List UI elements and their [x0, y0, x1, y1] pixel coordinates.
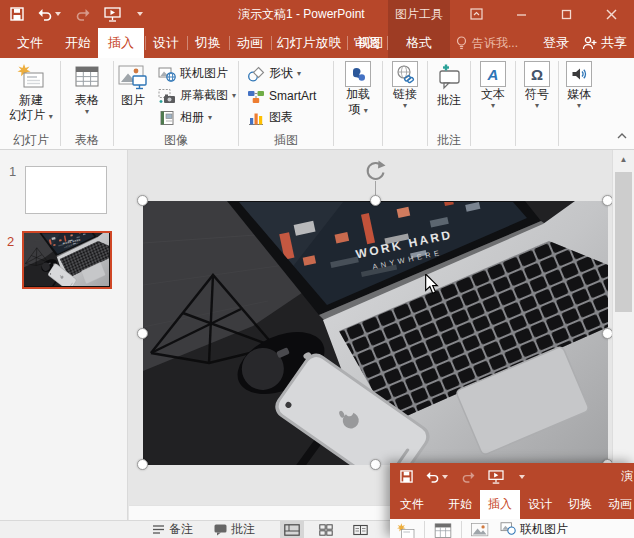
links-button[interactable]: 链接 ▾ — [383, 61, 427, 133]
table-icon[interactable] — [433, 521, 453, 538]
addins-label-2: 项 ▾ — [348, 102, 367, 117]
resize-handle-top-left[interactable] — [137, 195, 148, 206]
online-pictures-button[interactable]: 联机图片 — [156, 63, 238, 84]
smartart-icon — [247, 88, 265, 104]
screenshot-button[interactable]: 屏幕截图 ▾ — [156, 85, 238, 106]
online-pictures-label: 联机图片 — [520, 521, 568, 538]
collapse-ribbon-button[interactable] — [616, 126, 628, 144]
new-slide-icon — [16, 61, 46, 93]
mini-powerpoint-window[interactable]: 演 文件 开始 插入 设计 切换 动画 幻灯片放映 联机图片 — [390, 463, 634, 538]
symbols-button[interactable]: Ω 符号 ▾ — [516, 61, 558, 133]
shapes-button[interactable]: 形状 ▾ — [245, 63, 333, 84]
tab-home[interactable]: 开始 — [58, 28, 98, 58]
tab-file[interactable]: 文件 — [6, 28, 54, 58]
maximize-button[interactable] — [544, 0, 589, 28]
mini-title-bar: 演 — [390, 463, 634, 490]
photo-album-icon — [158, 110, 176, 126]
scrollbar-thumb[interactable] — [615, 172, 632, 312]
tab-format[interactable]: 格式 — [388, 28, 450, 58]
tab-slide-show[interactable]: 幻灯片放映 — [272, 28, 346, 58]
new-slide-icon[interactable] — [396, 521, 416, 538]
tab-animations[interactable]: 动画 — [230, 28, 270, 58]
mouse-cursor — [424, 274, 439, 295]
pictures-button[interactable]: 图片 — [114, 61, 152, 133]
reading-view-icon — [353, 524, 368, 536]
qat-customize-caret[interactable] — [137, 12, 143, 16]
resize-handle-bottom-left[interactable] — [137, 459, 148, 470]
rotate-handle-icon[interactable] — [364, 159, 387, 182]
chart-icon — [247, 110, 265, 126]
share-button[interactable]: 共享 — [582, 28, 627, 58]
redo-icon[interactable] — [75, 8, 90, 21]
text-a-icon: A — [480, 61, 506, 87]
undo-dropdown-caret[interactable] — [442, 475, 448, 479]
start-slideshow-icon[interactable] — [488, 470, 504, 484]
group-tables: 表格 ▾ 表格 — [61, 58, 113, 149]
tab-transitions[interactable]: 切换 — [188, 28, 228, 58]
mini-window-title: 演 — [621, 463, 633, 490]
minimize-button[interactable] — [499, 0, 544, 28]
new-slide-button[interactable]: 新建 幻灯片 ▾ — [2, 61, 60, 133]
tab-animations[interactable]: 动画 — [600, 490, 634, 519]
shapes-icon — [247, 66, 265, 82]
screenshot-icon — [158, 88, 176, 104]
smartart-button[interactable]: SmartArt — [245, 85, 333, 106]
undo-icon — [38, 8, 53, 21]
photo-album-label: 相册 — [180, 109, 204, 126]
undo-button[interactable] — [426, 471, 448, 483]
resize-handle-middle-left[interactable] — [137, 328, 148, 339]
normal-view-icon — [284, 524, 300, 536]
scroll-up-arrow[interactable]: ▲ — [613, 151, 634, 168]
share-person-icon — [582, 36, 597, 50]
chart-button[interactable]: 图表 — [245, 107, 333, 128]
addins-button[interactable]: 加载 项 ▾ — [334, 61, 382, 133]
tab-transitions[interactable]: 切换 — [560, 490, 600, 519]
undo-button[interactable] — [38, 8, 61, 21]
tab-file[interactable]: 文件 — [390, 490, 434, 519]
photo-album-button[interactable]: 相册 ▾ — [156, 107, 238, 128]
qat-customize-caret[interactable] — [519, 475, 525, 479]
slide-sorter-view-button[interactable] — [314, 521, 338, 538]
group-symbols: Ω 符号 ▾ — [516, 58, 558, 149]
text-button[interactable]: A 文本 ▾ — [471, 61, 515, 133]
group-label-images: 图像 — [114, 133, 238, 149]
slide-thumbnail-panel: 1 2 — [0, 150, 128, 520]
table-icon — [73, 61, 101, 93]
tab-design[interactable]: 设计 — [520, 490, 560, 519]
close-button[interactable] — [589, 0, 634, 28]
pictures-icon[interactable] — [470, 521, 492, 538]
resize-handle-bottom-center[interactable] — [370, 459, 381, 470]
group-slides: 新建 幻灯片 ▾ 幻灯片 — [2, 58, 60, 149]
tell-me-box[interactable]: 告诉我... — [456, 28, 518, 58]
undo-dropdown-caret[interactable] — [55, 12, 61, 16]
symbols-label: 符号 — [525, 87, 549, 102]
slide-1-thumbnail[interactable] — [25, 166, 107, 214]
tab-insert[interactable]: 插入 — [480, 490, 520, 519]
selected-picture[interactable] — [143, 201, 608, 465]
tab-design[interactable]: 设计 — [146, 28, 186, 58]
comments-label: 批注 — [231, 521, 255, 538]
new-comment-button[interactable]: 批注 — [428, 61, 470, 133]
comment-icon — [436, 61, 462, 93]
reading-view-button[interactable] — [348, 521, 372, 538]
addins-icon — [345, 61, 371, 87]
save-icon[interactable] — [400, 470, 413, 483]
redo-icon[interactable] — [461, 471, 475, 483]
online-pictures-button[interactable]: 联机图片 — [500, 521, 568, 538]
tab-insert[interactable]: 插入 — [98, 28, 144, 58]
slide-2-number: 2 — [7, 234, 14, 249]
save-icon[interactable] — [10, 7, 24, 21]
notes-toggle[interactable]: 备注 — [152, 521, 193, 538]
slide-2-thumbnail-selected[interactable] — [22, 231, 112, 289]
start-slideshow-icon[interactable] — [104, 7, 121, 22]
resize-handle-top-center[interactable] — [370, 195, 381, 206]
normal-view-button[interactable] — [280, 521, 304, 538]
media-button[interactable]: 媒体 ▾ — [559, 61, 599, 133]
comments-toggle[interactable]: 批注 — [214, 521, 255, 538]
ribbon-tab-row: 文件 开始 插入 设计 切换 动画 幻灯片放映 审阅 格式 视图 告诉我... — [0, 28, 634, 58]
sign-in-button[interactable]: 登录 — [543, 28, 569, 58]
table-button[interactable]: 表格 ▾ — [61, 61, 113, 133]
ribbon-display-options-button[interactable] — [454, 0, 499, 28]
tab-view[interactable]: 视图 — [352, 28, 388, 58]
tab-home[interactable]: 开始 — [440, 490, 480, 519]
